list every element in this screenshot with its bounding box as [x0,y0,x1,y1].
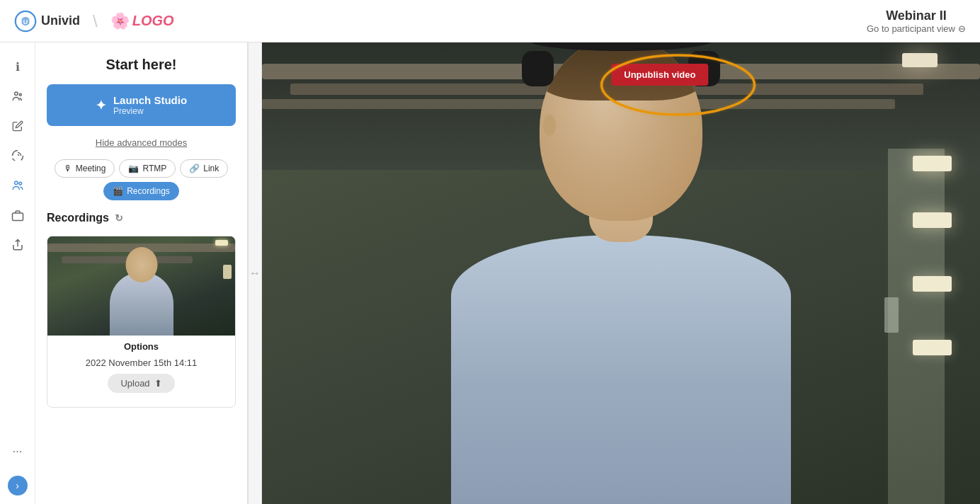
participant-link[interactable]: Go to participant view ⊖ [867,23,966,34]
unpublish-button[interactable]: Unpublish video [611,64,708,86]
brand-logo: 🌸 LOGO [110,12,174,30]
link-icon: 🔗 [189,164,200,173]
flower-icon: 🌸 [110,12,130,30]
hide-advanced-link[interactable]: Hide advanced modes [47,137,236,148]
sidebar-item-briefcase[interactable] [5,202,30,228]
univid-logo-icon: U [14,10,37,33]
launch-btn-text: Launch Studio Preview [113,94,187,116]
upload-icon: ⬆ [154,378,162,389]
svg-point-4 [14,181,18,185]
refresh-icon[interactable]: ↻ [115,212,123,224]
svg-point-3 [19,93,21,96]
link-mode-btn[interactable]: 🔗 Link [180,159,228,178]
upload-button[interactable]: Upload ⬆ [108,374,174,393]
rtmp-mode-btn[interactable]: 📷 RTMP [119,159,176,178]
svg-rect-6 [12,213,23,221]
launch-studio-button[interactable]: ✦ Launch Studio Preview [47,84,236,126]
left-panel: Start here! ✦ Launch Studio Preview Hide… [35,42,248,504]
svg-text:U: U [23,18,28,25]
microphone-icon: 🎙 [64,164,72,173]
svg-point-5 [18,182,21,185]
mode-buttons: 🎙 Meeting 📷 RTMP 🔗 Link 🎬 Recordings [47,159,236,200]
resize-icon: ↔ [249,267,261,280]
header-right: Webinar II Go to participant view ⊖ [867,8,966,34]
expand-sidebar-btn[interactable]: › [8,476,28,496]
header-left: U Univid \ 🌸 LOGO [14,10,174,33]
webinar-title: Webinar II [867,8,966,23]
recording-date: 2022 November 15th 14:11 [47,357,235,374]
univid-logo: U Univid [14,10,80,33]
header-separator: \ [93,11,98,31]
svg-point-2 [14,92,18,96]
camera-icon: 📷 [128,164,139,173]
start-here-title: Start here! [47,57,236,73]
recordings-section-title: Recordings ↻ [47,212,236,224]
sidebar-item-more[interactable]: ··· [5,439,30,464]
app-header: U Univid \ 🌸 LOGO Webinar II Go to parti… [0,0,980,42]
rocket-icon: ✦ [96,98,106,113]
unpublish-container: Unpublish video [611,64,708,86]
main-layout: ℹ [0,42,980,504]
recordings-icon: 🎬 [113,186,123,196]
sidebar-item-users[interactable] [5,84,30,109]
sidebar-item-info[interactable]: ℹ [5,54,30,79]
recording-options[interactable]: Options [47,336,235,357]
sidebar-item-people[interactable] [5,173,30,198]
univid-text: Univid [41,13,80,28]
resize-handle[interactable]: ↔ [248,42,262,504]
sidebar-item-fingerprint[interactable] [5,143,30,168]
sidebar-icons: ℹ [0,42,35,504]
brand-text: LOGO [132,13,174,29]
recordings-mode-btn[interactable]: 🎬 Recordings [103,182,179,200]
recording-card: Options 2022 November 15th 14:11 Upload … [47,236,236,408]
video-area: Unpublish video [262,42,980,504]
participant-icon: ⊖ [958,23,966,34]
sidebar-item-edit[interactable] [5,113,30,139]
sidebar-item-share[interactable] [5,232,30,258]
recording-thumbnail [47,236,235,336]
meeting-mode-btn[interactable]: 🎙 Meeting [55,159,115,178]
